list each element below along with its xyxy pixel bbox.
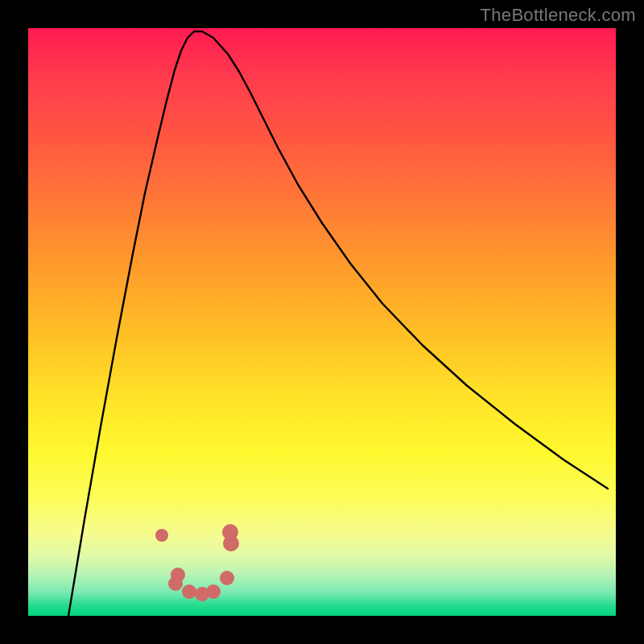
bottleneck-curve [68,31,608,616]
curve-layer [28,28,616,616]
curve-marker [206,584,221,599]
chart-frame: TheBottleneck.com [0,0,644,644]
curve-marker [182,584,196,599]
plot-area [28,28,616,616]
curve-marker [223,535,239,551]
watermark-text: TheBottleneck.com [481,5,636,26]
curve-markers [155,524,239,601]
curve-marker [220,571,234,585]
curve-marker [168,576,183,591]
curve-marker [155,529,168,542]
